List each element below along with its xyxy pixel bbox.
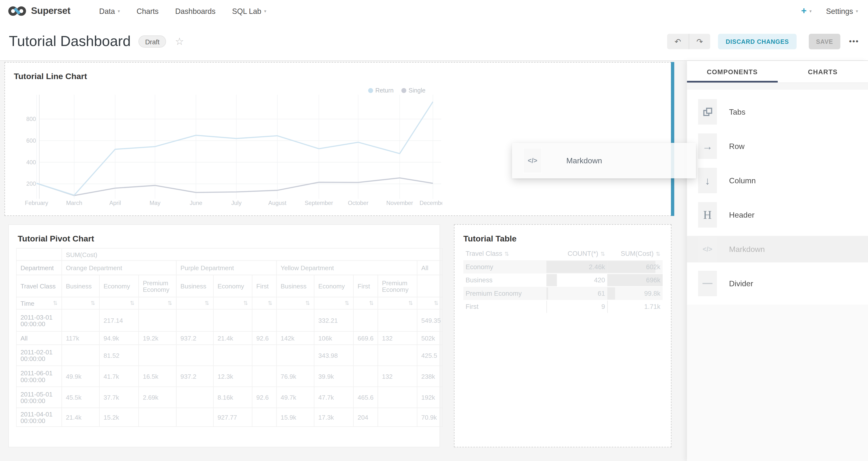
dragged-markdown-card[interactable]: </> Markdown xyxy=(512,143,696,178)
pivot-value-cell: 76.9k xyxy=(276,366,314,387)
legend-item-single[interactable]: Single xyxy=(401,87,425,93)
tab-components[interactable]: COMPONENTS xyxy=(687,61,777,83)
favorite-star-icon[interactable]: ☆ xyxy=(175,35,184,47)
sort-icon: ⇅ xyxy=(408,300,413,306)
sort-icon: ⇅ xyxy=(504,251,509,257)
pivot-value-cell: 132 xyxy=(378,366,417,387)
table-cell-count: 2.46k xyxy=(546,260,607,274)
table-cell-count: 61 xyxy=(546,287,607,300)
pivot-value-cell: 502k xyxy=(417,332,443,345)
pivot-value-cell: 465.6 xyxy=(353,387,378,408)
pivot-col-sort[interactable]: ⇅ xyxy=(62,297,99,309)
sort-icon: ⇅ xyxy=(369,300,374,306)
legend-dot-icon xyxy=(401,88,406,93)
redo-button[interactable]: ↷ xyxy=(689,34,710,49)
pivot-class-label: Travel Class xyxy=(16,275,62,297)
pivot-col-sort[interactable]: ⇅ xyxy=(252,297,276,309)
sort-icon: ⇅ xyxy=(268,300,272,306)
pivot-value-cell xyxy=(378,309,417,332)
sort-icon: ⇅ xyxy=(305,300,310,306)
component-item-divider[interactable]: Divider xyxy=(687,270,868,297)
pivot-col-sort[interactable]: ⇅ xyxy=(353,297,378,309)
brand-name[interactable]: Superset xyxy=(31,6,70,17)
pivot-value-cell: 49.9k xyxy=(62,366,99,387)
component-item-column[interactable]: ↓Column xyxy=(687,167,868,194)
pivot-value-cell: 217.14 xyxy=(99,309,139,332)
pivot-value-cell: 204 xyxy=(353,408,378,426)
pivot-col-sort[interactable]: ⇅ xyxy=(139,297,177,309)
component-item-tabs[interactable]: Tabs xyxy=(687,99,868,125)
markdown-icon: </> xyxy=(698,236,717,262)
component-item-row[interactable]: →Row xyxy=(687,133,868,159)
pivot-value-cell xyxy=(177,345,213,366)
pivot-chart-card[interactable]: Tutorial Pivot Chart SUM(Cost)Department… xyxy=(8,224,440,448)
table-header-travel-class[interactable]: Travel Class⇅ xyxy=(463,247,546,260)
table-cell-class: Premium Economy xyxy=(463,287,546,300)
table-cell-class: First xyxy=(463,300,546,313)
component-item-label: Markdown xyxy=(729,245,765,254)
pivot-value-cell: 49.7k xyxy=(276,387,314,408)
pivot-col-sort[interactable]: ⇅ xyxy=(213,297,252,309)
table-chart-card[interactable]: Tutorial Table Travel Class⇅COUNT(*)⇅SUM… xyxy=(454,224,671,448)
chevron-down-icon: ▾ xyxy=(809,8,811,13)
pivot-class-header: Business xyxy=(177,275,213,297)
chevron-down-icon: ▾ xyxy=(118,8,120,13)
save-button[interactable]: SAVE xyxy=(809,34,840,49)
tab-charts[interactable]: CHARTS xyxy=(777,61,868,83)
pivot-value-cell: 12.3k xyxy=(213,366,252,387)
table-header-count-[interactable]: COUNT(*)⇅ xyxy=(546,247,607,260)
table-cell-sum: 99.8k xyxy=(608,287,662,300)
svg-text:August: August xyxy=(269,199,287,206)
discard-changes-button[interactable]: DISCARD CHANGES xyxy=(718,34,797,49)
sort-icon: ⇅ xyxy=(345,300,349,306)
pivot-value-cell xyxy=(353,309,378,332)
pivot-value-cell: 94.9k xyxy=(99,332,139,345)
svg-text:400: 400 xyxy=(26,159,36,165)
legend-item-return[interactable]: Return xyxy=(368,87,394,93)
pivot-value-cell: 15.2k xyxy=(99,408,139,426)
pivot-col-sort[interactable]: ⇅ xyxy=(314,297,353,309)
pivot-col-sort[interactable]: ⇅ xyxy=(417,297,443,309)
component-item-markdown[interactable]: </>Markdown xyxy=(687,236,868,263)
pivot-value-cell: 16.5k xyxy=(139,366,177,387)
page-title[interactable]: Tutorial Dashboard xyxy=(9,33,131,50)
component-item-header[interactable]: HHeader xyxy=(687,202,868,228)
table-cell-sum: 1.71k xyxy=(608,300,662,313)
header-icon: H xyxy=(698,202,717,227)
dashboard-header: Tutorial Dashboard Draft ☆ ↶ ↷ DISCARD C… xyxy=(0,22,868,60)
drag-card-label: Markdown xyxy=(566,156,602,165)
svg-text:600: 600 xyxy=(26,137,36,144)
pivot-metric-header: SUM(Cost) xyxy=(62,248,443,260)
sort-icon: ⇅ xyxy=(167,300,172,306)
pivot-value-cell: 937.2 xyxy=(177,366,213,387)
settings-menu[interactable]: Settings▾ xyxy=(826,7,858,15)
svg-text:April: April xyxy=(109,199,121,206)
pivot-value-cell xyxy=(252,309,276,332)
table-header-sum-cost-[interactable]: SUM(Cost)⇅ xyxy=(608,247,662,260)
pivot-col-sort[interactable]: ⇅ xyxy=(276,297,314,309)
table-row: Economy2.46k602k xyxy=(463,260,662,274)
chart-title: Tutorial Table xyxy=(463,234,517,243)
pivot-value-cell: 47.7k xyxy=(314,387,353,408)
pivot-col-sort[interactable]: ⇅ xyxy=(177,297,213,309)
more-options-button[interactable]: ••• xyxy=(849,37,859,45)
new-item-button[interactable]: +▾ xyxy=(801,6,811,17)
nav-item-charts[interactable]: Charts xyxy=(136,7,158,15)
pivot-col-sort[interactable]: ⇅ xyxy=(378,297,417,309)
nav-item-sql-lab[interactable]: SQL Lab▾ xyxy=(232,7,267,15)
pivot-value-cell: 142k xyxy=(276,332,314,345)
pivot-all-header: All xyxy=(417,260,443,275)
builder-panel-tabs: COMPONENTSCHARTS xyxy=(687,61,868,83)
value-bar xyxy=(546,274,557,286)
superset-logo-icon[interactable] xyxy=(8,5,27,17)
pivot-col-sort[interactable]: ⇅ xyxy=(99,297,139,309)
panel-band xyxy=(687,83,868,90)
pivot-class-header: Economy xyxy=(314,275,353,297)
dashboard-row-1[interactable]: 200400600800FebruaryMarchAprilMayJuneJul… xyxy=(4,62,671,216)
undo-button[interactable]: ↶ xyxy=(667,34,689,49)
pivot-time-sort[interactable]: Time⇅ xyxy=(16,297,62,309)
nav-item-data[interactable]: Data▾ xyxy=(99,7,120,15)
nav-menu: Data▾ChartsDashboardsSQL Lab▾ xyxy=(99,7,267,15)
nav-item-dashboards[interactable]: Dashboards xyxy=(175,7,216,15)
superset-dashboard-editor: Superset Data▾ChartsDashboardsSQL Lab▾ +… xyxy=(0,0,868,461)
